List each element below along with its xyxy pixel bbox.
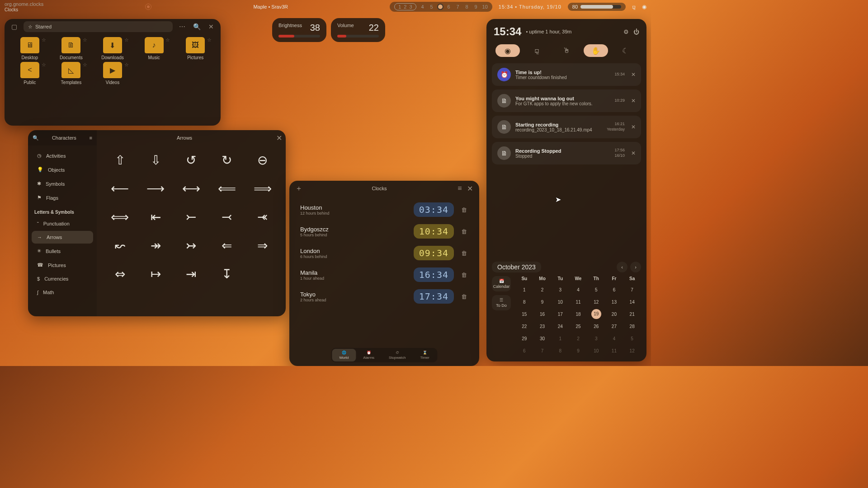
brightness-bar[interactable]	[278, 35, 320, 38]
cal-day[interactable]: 20	[605, 309, 623, 319]
glyph[interactable]: ⇥	[175, 267, 208, 282]
glyph[interactable]: ⟵	[104, 181, 136, 196]
cat-pictures[interactable]: ☎Pictures	[32, 258, 93, 272]
glyph[interactable]: ⟸	[211, 181, 243, 196]
cal-day[interactable]: 9	[569, 346, 587, 356]
glyph[interactable]: ⟺	[104, 210, 136, 225]
star-icon[interactable]: ☆	[83, 37, 87, 43]
workspace-5[interactable]: 5	[429, 4, 434, 9]
glyph[interactable]: ⇤	[140, 210, 172, 225]
cal-day[interactable]: 29	[515, 333, 533, 344]
delete-icon[interactable]: 🗑	[459, 206, 468, 213]
glyph[interactable]: ⇒	[246, 238, 278, 253]
workspace-7[interactable]: 7	[455, 4, 461, 9]
delete-icon[interactable]: 🗑	[459, 272, 468, 278]
cal-day[interactable]: 12	[587, 297, 605, 307]
delete-icon[interactable]: 🗑	[459, 250, 468, 257]
gear-icon[interactable]: ⚙	[623, 28, 629, 35]
wifi-toggle[interactable]: ◉	[495, 44, 520, 57]
folder-pictures[interactable]: ☆🖼Pictures	[175, 37, 216, 60]
workspace-9[interactable]: 9	[473, 4, 479, 9]
cal-day[interactable]: 26	[587, 321, 605, 332]
cal-day[interactable]: 6	[605, 285, 623, 295]
cal-day[interactable]: 2	[569, 333, 587, 344]
workspace-switcher[interactable]: 12345678910	[390, 2, 492, 12]
cat-flags[interactable]: ⚑Flags	[32, 191, 93, 204]
folder-desktop[interactable]: ☆🖥Desktop	[9, 37, 51, 60]
cal-day[interactable]: 1	[515, 285, 533, 295]
cal-day[interactable]: 8	[515, 297, 533, 307]
cal-day[interactable]: 13	[605, 297, 623, 307]
cal-day[interactable]: 8	[551, 346, 569, 356]
notification[interactable]: 🗎You might wanna log outFor GTK apps to …	[492, 89, 641, 112]
tab-world[interactable]: 🌐World	[332, 349, 356, 361]
more-icon[interactable]: ⋯	[177, 22, 187, 32]
glyph[interactable]: ⇧	[104, 153, 136, 168]
glyph[interactable]: ↠	[140, 238, 172, 253]
cal-day[interactable]: 12	[623, 346, 641, 356]
cat-math[interactable]: ∫Math	[32, 286, 93, 299]
cal-side-to-do[interactable]: ☰To Do	[492, 295, 511, 310]
tab-stopwatch[interactable]: ⏱Stopwatch	[382, 349, 413, 361]
cal-day[interactable]: 18	[569, 309, 587, 319]
cat-activities[interactable]: ◷Activities	[32, 149, 93, 162]
glyph[interactable]: ⟷	[175, 181, 208, 196]
cal-day[interactable]: 5	[587, 285, 605, 295]
cal-day[interactable]: 11	[569, 297, 587, 307]
glyph[interactable]: ↣	[175, 238, 208, 253]
cal-day[interactable]: 10	[551, 297, 569, 307]
glyph[interactable]: ⤚	[175, 210, 208, 225]
tab-alarms[interactable]: ⏰Alarms	[356, 349, 382, 361]
wifi-icon[interactable]: ◉	[642, 4, 646, 10]
close-icon[interactable]: ✕	[465, 184, 475, 193]
bluetooth-toggle[interactable]: ⚼	[525, 44, 549, 57]
add-icon[interactable]: ＋	[294, 184, 304, 193]
folder-documents[interactable]: ☆🗎Documents	[51, 37, 92, 60]
calendar-month[interactable]: October 2023	[492, 262, 541, 272]
glyph[interactable]: ↻	[211, 153, 243, 168]
glyph[interactable]: ↦	[140, 267, 172, 282]
cal-day[interactable]: 16	[533, 309, 552, 319]
cal-day[interactable]: 6	[515, 346, 533, 356]
dnd-toggle[interactable]: ✋	[584, 44, 608, 57]
cat-punctuation[interactable]: “Punctuation	[32, 217, 93, 230]
star-icon[interactable]: ☆	[124, 62, 129, 68]
record-icon[interactable]	[145, 4, 151, 10]
delete-icon[interactable]: 🗑	[459, 228, 468, 235]
location-bar[interactable]: ☆ Starred	[24, 21, 173, 32]
cal-day[interactable]: 10	[587, 346, 605, 356]
glyph[interactable]: ↧	[211, 267, 243, 282]
cal-day[interactable]: 30	[533, 333, 552, 344]
close-icon[interactable]: ✕	[206, 22, 216, 32]
cal-day[interactable]: 24	[551, 321, 569, 332]
cal-day[interactable]: 3	[551, 285, 569, 295]
volume-bar[interactable]	[337, 35, 379, 38]
glyph[interactable]: ⤛	[246, 210, 278, 225]
workspace-10[interactable]: 10	[482, 4, 488, 9]
cal-day[interactable]: 14	[623, 297, 641, 307]
close-icon[interactable]: ✕	[631, 124, 636, 130]
close-icon[interactable]: ✕	[631, 71, 636, 78]
cal-day[interactable]: 7	[533, 346, 552, 356]
glyph[interactable]: ⇩	[140, 153, 172, 168]
star-icon[interactable]: ☆	[83, 62, 87, 68]
cal-day[interactable]: 22	[515, 321, 533, 332]
close-icon[interactable]: ✕	[272, 134, 286, 142]
glyph[interactable]: ⤙	[211, 210, 243, 225]
menu-icon[interactable]: ≡	[90, 135, 92, 141]
folder-videos[interactable]: ☆▶Videos	[92, 62, 133, 85]
menu-icon[interactable]: ≡	[455, 184, 465, 192]
cal-day[interactable]: 2	[533, 285, 552, 295]
workspace-6[interactable]: 6	[446, 4, 452, 9]
star-icon[interactable]: ☆	[42, 37, 46, 43]
cal-day[interactable]: 23	[533, 321, 552, 332]
cal-day[interactable]: 27	[605, 321, 623, 332]
cal-day[interactable]: 11	[605, 346, 623, 356]
cal-day[interactable]: 15	[515, 309, 533, 319]
glyph[interactable]: ⟶	[140, 181, 172, 196]
cal-day[interactable]: 17	[551, 309, 569, 319]
folder-public[interactable]: ☆<Public	[9, 62, 51, 85]
cat-currencies[interactable]: $Currencies	[32, 272, 93, 285]
cat-objects[interactable]: 💡Objects	[32, 163, 93, 176]
search-icon[interactable]: 🔍	[192, 22, 202, 32]
